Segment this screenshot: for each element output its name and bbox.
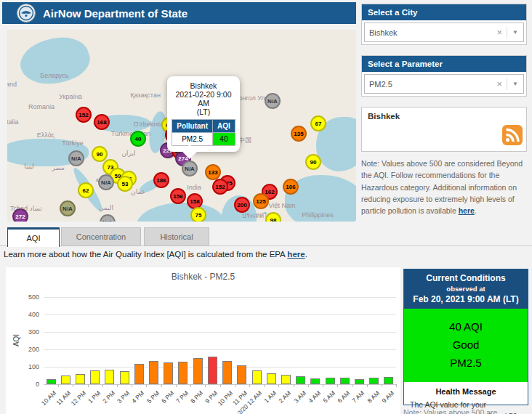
aqi-marker[interactable]: N/A [68,150,84,166]
map-label: ايران [121,150,135,157]
aqi-bar-3-am[interactable] [296,376,305,384]
aqi-bar-11-pm[interactable] [237,365,246,384]
parameter-select-box: Select a Parameter PM2.5 × ▼ [361,55,527,97]
aqi-marker[interactable]: 98 [265,212,281,222]
aqi-bar-10-am[interactable] [47,379,56,384]
aqi-marker[interactable]: 90 [305,154,321,170]
x-tick-mark [205,384,206,387]
popup-aqi-table: Pollutant AQI PM2.5 40 [172,119,235,146]
x-tick-mark [249,384,250,387]
map-label: اليمن [99,204,113,211]
aqi-bar-4-am[interactable] [310,378,320,384]
aqi-world-map[interactable]: БеларусьУкраїнаRomaniaItaliaΕλλάςTürkiye… [7,30,356,222]
aqi-bar-5-pm[interactable] [149,361,158,384]
map-label: Беларусь [40,72,68,79]
x-tick-mark [396,384,397,387]
aqi-marker[interactable]: 67 [310,115,326,131]
aqi-marker[interactable]: N/A [60,200,76,216]
arabian-sea-shape [137,203,224,222]
y-tick-label: 400 [17,311,39,318]
aqi-marker[interactable]: 133 [205,164,221,180]
aqi-marker[interactable]: 62 [78,182,94,198]
aqi-bar-9-pm[interactable] [208,357,217,384]
popup-col-aqi: AQI [213,120,235,133]
aqi-marker[interactable]: 152 [76,107,92,123]
aqi-marker[interactable]: N/A [182,161,198,176]
map-label: 中国 [238,136,251,145]
aqi-bar-2-pm[interactable] [105,370,114,384]
x-tick-mark [278,384,279,387]
tab-concentration[interactable]: Concentration [61,227,141,246]
aqi-marker[interactable]: 106 [283,179,299,195]
aqi-marker[interactable]: 156 [170,188,186,204]
aqi-bar-10-pm[interactable] [222,361,232,384]
aqi-bar-1-pm[interactable] [90,370,100,384]
aqi-marker[interactable]: N/A [100,214,116,222]
aqi-bar-9-am[interactable] [384,377,393,384]
popup-timezone: (LT) [171,107,236,116]
aqi-marker[interactable]: 90 [92,146,108,162]
aqi-bar-7-pm[interactable] [178,362,188,384]
tab-aqi[interactable]: AQI [7,227,60,247]
aqi-marker[interactable]: 40 [130,131,146,147]
note-here-link[interactable]: here [459,206,475,215]
current-conditions-panel: Current Conditions observed at Feb 20, 2… [403,269,528,405]
health-message-title: Health Message [404,387,528,396]
rss-feed-icon[interactable] [502,125,523,148]
gridline [44,332,396,333]
x-tick-mark [190,384,191,387]
aqi-marker[interactable]: 168 [94,114,110,130]
parameter-clear-icon[interactable]: × [492,78,507,89]
aqi-marker[interactable]: 200 [234,197,250,213]
parameter-select[interactable]: PM2.5 × ▼ [364,74,524,94]
aqi-bar-1-am[interactable] [267,373,276,384]
aqi-marker[interactable]: 152 [212,179,228,195]
aqi-marker[interactable]: 186 [153,172,169,188]
x-tick-mark [382,384,382,387]
aqi-marker[interactable]: N/A [98,174,114,190]
epa-here-link[interactable]: here [287,250,305,259]
city-select[interactable]: Bishkek × ▼ [364,23,524,42]
y-tick-label: 500 [17,293,39,301]
aqi-marker[interactable]: 75 [190,207,206,222]
aqi-marker[interactable]: 135 [291,126,307,142]
parameter-dropdown-arrow-icon[interactable]: ▼ [507,81,523,87]
city-dropdown-arrow-icon[interactable]: ▼ [507,29,523,36]
city-search-box[interactable]: Bishkek [361,107,527,152]
x-tick-mark [264,384,265,387]
aqi-bar-8-pm[interactable] [193,358,203,384]
city-select-value: Bishkek [365,28,492,37]
aqi-bar-4-pm[interactable] [134,364,144,384]
parameter-select-label: Select a Parameter [362,56,526,72]
map-label: India [187,184,201,191]
aqi-marker[interactable]: N/A [265,93,281,109]
city-clear-icon[interactable]: × [492,27,507,38]
tab-historical[interactable]: Historical [144,227,209,246]
aqi-bar-2-20-12-am[interactable] [252,370,262,384]
aqi-bar-5-am[interactable] [326,378,335,384]
aqi-bar-3-pm[interactable] [120,371,129,384]
aqi-marker[interactable]: 53 [117,176,133,192]
aqi-bar-8-am[interactable] [369,378,379,384]
y-tick-label: 300 [17,328,39,336]
gridline [44,314,396,315]
map-label: Україна [59,93,82,100]
aqi-bar-11-am[interactable] [61,376,70,384]
beyond-aqi-note: Note: Values above 500 are considered Be… [361,158,527,216]
chart-title: Bishkek - PM2.5 [6,272,400,282]
x-tick-mark [323,384,323,387]
map-popup: Bishkek 2021-02-20 9:00 AM (LT) Pollutan… [167,76,240,152]
map-label: Italia [7,118,19,126]
app-header: AirNow Department of State [2,2,356,24]
aqi-marker[interactable]: 125 [253,193,269,209]
x-tick-mark [132,384,132,387]
map-label: Việt Nam [269,202,296,209]
learn-more-text: Learn more about how the Air Quality Ind… [4,250,307,259]
aqi-bar-7-am[interactable] [355,379,364,384]
aqi-marker[interactable]: 272 [12,208,28,222]
aqi-bar-12-pm[interactable] [76,374,85,384]
aqi-bar-2-am[interactable] [281,375,291,384]
aqi-bar-6-pm[interactable] [164,362,173,384]
map-label: Türkiye [62,139,84,147]
aqi-bar-6-am[interactable] [340,378,350,384]
